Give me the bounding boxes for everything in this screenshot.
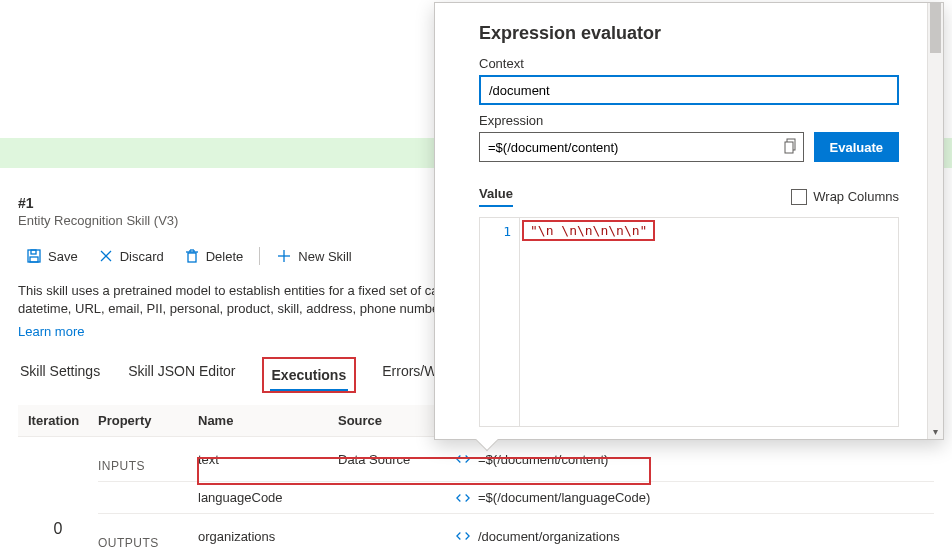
header-name: Name [198, 413, 338, 428]
evaluator-scrollbar[interactable]: ▴ ▾ [927, 3, 943, 439]
plus-icon [276, 248, 292, 264]
svg-rect-2 [30, 257, 38, 262]
expression-evaluator-popover: Expression evaluator Context Expression … [434, 2, 944, 440]
code-icon[interactable] [448, 530, 478, 542]
evaluate-button[interactable]: Evaluate [814, 132, 899, 162]
iteration-value: 0 [18, 437, 98, 556]
grid-body: 0 INPUTS text Data Source =$(/document/c… [18, 437, 934, 556]
trash-icon [184, 248, 200, 264]
executions-highlight: Executions [262, 357, 357, 393]
expression-label: Expression [479, 113, 899, 128]
save-button[interactable]: Save [18, 244, 86, 268]
value-tab[interactable]: Value [479, 186, 513, 207]
row-source: Data Source [338, 452, 448, 467]
evaluator-title: Expression evaluator [479, 23, 899, 44]
svg-rect-5 [188, 253, 196, 262]
line-gutter: 1 [480, 218, 520, 426]
discard-label: Discard [120, 249, 164, 264]
close-icon [98, 248, 114, 264]
tab-skill-json[interactable]: Skill JSON Editor [126, 357, 237, 393]
row-name: languageCode [198, 490, 338, 505]
outputs-label: OUTPUTS [98, 522, 198, 550]
value-highlight: "\n \n\n\n\n\n" [522, 220, 655, 241]
save-icon [26, 248, 42, 264]
row-name: text [198, 452, 338, 467]
code-icon[interactable] [448, 453, 478, 465]
tab-executions[interactable]: Executions [270, 361, 349, 389]
context-label: Context [479, 56, 899, 71]
context-input[interactable] [479, 75, 899, 105]
header-property: Property [98, 413, 198, 428]
new-skill-button[interactable]: New Skill [268, 244, 359, 268]
row-path: =$(/document/content) [478, 452, 934, 467]
inputs-label: INPUTS [98, 445, 198, 473]
table-row[interactable]: languageCode =$(/document/languageCode) [98, 482, 934, 514]
row-path: =$(/document/languageCode) [478, 490, 934, 505]
value-output: 1 "\n \n\n\n\n\n" [479, 217, 899, 427]
wrap-columns-checkbox[interactable]: Wrap Columns [791, 189, 899, 205]
header-source: Source [338, 413, 448, 428]
copy-icon[interactable] [784, 138, 798, 157]
expression-input[interactable] [479, 132, 804, 162]
row-path: /document/organizations [478, 529, 934, 544]
scroll-down-icon[interactable]: ▾ [928, 423, 943, 439]
checkbox-icon [791, 189, 807, 205]
svg-rect-1 [31, 250, 36, 254]
tab-skill-settings[interactable]: Skill Settings [18, 357, 102, 393]
delete-button[interactable]: Delete [176, 244, 252, 268]
discard-button[interactable]: Discard [90, 244, 172, 268]
learn-more-link[interactable]: Learn more [18, 324, 84, 339]
save-label: Save [48, 249, 78, 264]
delete-label: Delete [206, 249, 244, 264]
table-row[interactable]: OUTPUTS organizations /document/organiza… [98, 514, 934, 556]
table-row[interactable]: INPUTS text Data Source =$(/document/con… [98, 437, 934, 482]
value-code[interactable]: "\n \n\n\n\n\n" [520, 218, 898, 426]
row-name: organizations [198, 529, 338, 544]
code-icon[interactable] [448, 492, 478, 504]
svg-rect-13 [785, 142, 793, 153]
toolbar-separator [259, 247, 260, 265]
wrap-columns-label: Wrap Columns [813, 189, 899, 204]
scroll-thumb[interactable] [930, 3, 941, 53]
header-iteration: Iteration [18, 413, 98, 428]
new-skill-label: New Skill [298, 249, 351, 264]
